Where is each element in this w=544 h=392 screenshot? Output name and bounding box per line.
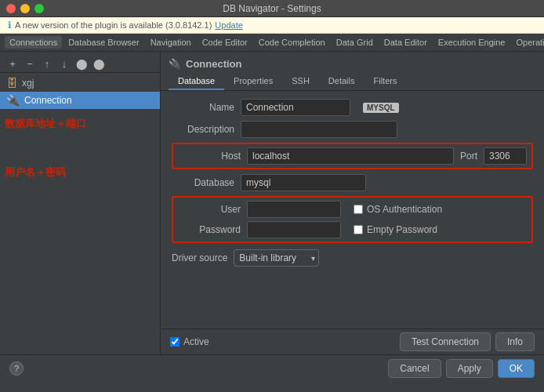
mysql-badge: MYSQL: [363, 103, 399, 113]
menu-navigation[interactable]: Navigation: [146, 36, 196, 49]
tab-properties[interactable]: Properties: [224, 73, 282, 90]
user-pass-wrapper: User OS Authentication Password: [172, 196, 533, 243]
menu-code-editor[interactable]: Code Editor: [198, 36, 252, 49]
title-bar: DB Navigator - Settings: [0, 0, 544, 17]
sidebar-item-label-xgj: xgj: [22, 78, 34, 89]
name-label: Name: [172, 102, 234, 113]
window-controls: [6, 4, 44, 13]
main-content: + − ↑ ↓ ⬤ ⬤ 🗄 xgj 🔌 Connection 数据库地址＋端口 …: [0, 52, 544, 354]
driver-source-select[interactable]: Built-in library External library: [234, 249, 319, 267]
help-button[interactable]: ?: [9, 361, 24, 376]
os-auth-group: OS Authentication: [354, 204, 442, 215]
tab-details[interactable]: Details: [319, 73, 364, 90]
menu-connections[interactable]: Connections: [5, 36, 62, 49]
tab-bar: Database Properties SSH Details Filters: [161, 73, 544, 91]
driver-source-row: Driver source Built-in library External …: [172, 249, 533, 267]
sidebar-toolbar: + − ↑ ↓ ⬤ ⬤: [0, 55, 160, 73]
empty-pass-group: Empty Password: [354, 224, 437, 235]
description-input[interactable]: [241, 121, 397, 138]
menu-operations[interactable]: Operations: [511, 36, 544, 49]
database-input[interactable]: [241, 174, 366, 191]
database-icon: 🗄: [6, 77, 17, 89]
password-input[interactable]: [247, 221, 341, 238]
move-down-button[interactable]: ↓: [56, 56, 72, 71]
port-label: Port: [460, 151, 477, 162]
database-label: Database: [172, 177, 234, 188]
user-input[interactable]: [247, 201, 341, 218]
user-label: User: [178, 204, 241, 215]
sidebar-item-label-connection: Connection: [24, 95, 72, 106]
empty-pass-label: Empty Password: [367, 224, 437, 235]
os-auth-checkbox[interactable]: [354, 205, 363, 214]
info-icon: ℹ: [8, 20, 12, 31]
test-connection-button[interactable]: Test Connection: [400, 332, 491, 351]
dialog-bottom-bar: ? Cancel Apply OK: [0, 354, 544, 382]
panel-action-buttons: Test Connection Info: [400, 332, 535, 351]
copy-button[interactable]: ⬤: [74, 56, 89, 71]
menu-bar: Connections Database Browser Navigation …: [0, 34, 544, 52]
info-button[interactable]: Info: [495, 332, 535, 351]
maximize-button[interactable]: [34, 4, 44, 13]
annotation-user-pass: 用户名＋密码: [0, 164, 160, 181]
move-up-button[interactable]: ↑: [39, 56, 55, 71]
os-auth-label: OS Authentication: [367, 204, 442, 215]
annotation-db-address: 数据库地址＋端口: [0, 115, 160, 132]
host-row-wrapper: Host Port: [172, 143, 533, 169]
user-row: User OS Authentication: [178, 201, 527, 218]
name-row: Name MYSQL: [172, 99, 533, 116]
cancel-button[interactable]: Cancel: [388, 359, 441, 378]
database-row: Database: [172, 174, 533, 191]
sidebar-item-xgj[interactable]: 🗄 xgj: [0, 74, 160, 92]
remove-connection-button[interactable]: −: [22, 56, 38, 71]
paste-button[interactable]: ⬤: [91, 56, 107, 71]
name-input[interactable]: [241, 99, 350, 116]
plug-icon: 🔌: [169, 58, 181, 70]
port-input[interactable]: [484, 147, 527, 165]
active-check-group: Active: [170, 336, 400, 347]
panel-header: 🔌 Connection: [161, 52, 544, 73]
host-input[interactable]: [247, 147, 454, 165]
connection-icon: 🔌: [6, 94, 20, 107]
final-buttons: Cancel Apply OK: [388, 359, 535, 378]
driver-source-select-wrapper: Built-in library External library: [234, 249, 319, 267]
active-label: Active: [183, 336, 209, 347]
sidebar: + − ↑ ↓ ⬤ ⬤ 🗄 xgj 🔌 Connection 数据库地址＋端口 …: [0, 52, 161, 354]
apply-button[interactable]: Apply: [446, 359, 493, 378]
tab-ssh[interactable]: SSH: [282, 73, 319, 90]
menu-data-grid[interactable]: Data Grid: [332, 36, 378, 49]
panel-title: Connection: [186, 58, 242, 70]
password-label: Password: [178, 224, 241, 235]
menu-code-completion[interactable]: Code Completion: [254, 36, 330, 49]
password-row: Password Empty Password: [178, 221, 527, 238]
add-connection-button[interactable]: +: [5, 56, 20, 71]
sidebar-items: 🗄 xgj 🔌 Connection 数据库地址＋端口 用户名＋密码: [0, 74, 160, 181]
minimize-button[interactable]: [20, 4, 30, 13]
form-area: Name MYSQL Description Host Port Databas…: [161, 91, 544, 328]
menu-data-editor[interactable]: Data Editor: [379, 36, 432, 49]
description-label: Description: [172, 124, 234, 135]
empty-pass-checkbox[interactable]: [354, 225, 363, 234]
active-checkbox[interactable]: [170, 337, 180, 347]
menu-database-browser[interactable]: Database Browser: [63, 36, 144, 49]
update-banner: ℹ A new version of the plugin is availab…: [0, 17, 544, 34]
ok-button[interactable]: OK: [498, 359, 535, 378]
driver-source-label: Driver source: [172, 252, 227, 263]
tab-database[interactable]: Database: [169, 73, 224, 90]
tab-filters[interactable]: Filters: [364, 73, 406, 90]
host-label: Host: [178, 151, 241, 162]
menu-execution-engine[interactable]: Execution Engine: [433, 36, 510, 49]
empty-pass-row: Empty Password: [354, 224, 437, 235]
update-text: A new version of the plugin is available…: [15, 20, 212, 30]
close-button[interactable]: [6, 4, 16, 13]
update-link[interactable]: Update: [215, 20, 242, 30]
window-title: DB Navigator - Settings: [223, 3, 321, 14]
sidebar-item-connection[interactable]: 🔌 Connection: [0, 92, 160, 109]
panel-bottom-bar: Active Test Connection Info: [161, 328, 544, 354]
right-panel: 🔌 Connection Database Properties SSH Det…: [161, 52, 544, 354]
os-auth-row: OS Authentication: [354, 204, 442, 215]
description-row: Description: [172, 121, 533, 138]
